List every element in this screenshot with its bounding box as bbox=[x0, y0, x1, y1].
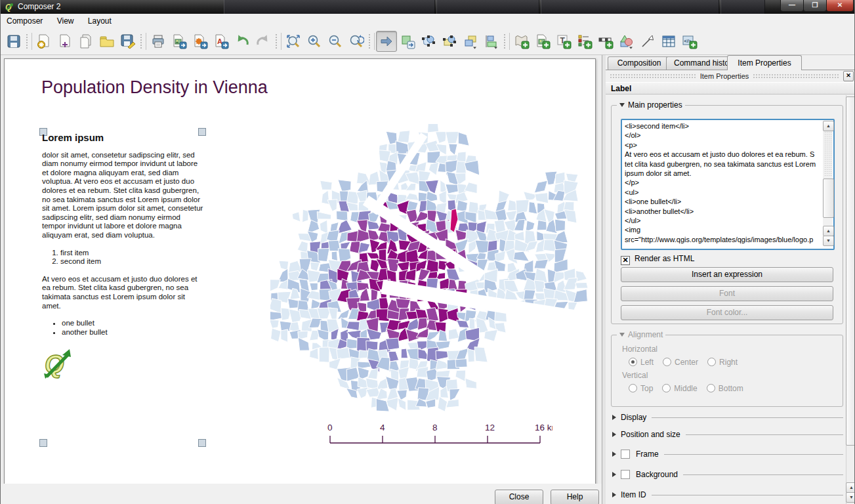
collapse-arrow-icon bbox=[619, 333, 625, 337]
section-frame[interactable]: Frame bbox=[612, 449, 843, 459]
add-new-map-icon bbox=[514, 33, 530, 49]
close-button[interactable]: Close bbox=[495, 490, 543, 504]
edit-nodes-item-button[interactable] bbox=[418, 31, 439, 52]
dock-close-icon[interactable]: ✕ bbox=[843, 71, 854, 81]
zoom-last-button[interactable] bbox=[346, 31, 367, 52]
toolbar-grip bbox=[503, 33, 507, 49]
add-label-button[interactable]: T bbox=[553, 31, 574, 52]
list-item: second item bbox=[60, 257, 205, 266]
background-checkbox[interactable] bbox=[621, 470, 630, 479]
toolbar-separator bbox=[374, 33, 375, 50]
composer-manager-button[interactable] bbox=[75, 31, 96, 52]
zoom-out-button[interactable] bbox=[325, 31, 346, 52]
minimize-icon[interactable]: — bbox=[780, 0, 804, 12]
zoom-last-icon bbox=[348, 33, 364, 49]
open-template-button[interactable] bbox=[96, 31, 117, 52]
add-attribute-table-icon bbox=[661, 33, 677, 49]
item-properties-panel: Composition Command history Item Propert… bbox=[606, 55, 855, 504]
radio-left[interactable]: Left bbox=[629, 358, 654, 367]
list-item: first item bbox=[60, 249, 205, 258]
menu-composer[interactable]: Composer bbox=[1, 14, 49, 28]
scrollbar-thumb[interactable] bbox=[823, 178, 834, 218]
menu-layout[interactable]: Layout bbox=[82, 14, 117, 28]
add-legend-button[interactable] bbox=[574, 31, 595, 52]
select-nodes-icon bbox=[442, 33, 457, 49]
map-title-label[interactable]: Population Density in Vienna bbox=[41, 77, 268, 98]
selection-handle[interactable] bbox=[198, 439, 206, 447]
panel-scrollbar[interactable]: ▲ ▼ bbox=[846, 95, 855, 504]
radio-bottom[interactable]: Bottom bbox=[707, 384, 743, 393]
radio-top[interactable]: Top bbox=[629, 384, 653, 393]
selection-handle[interactable] bbox=[39, 439, 47, 447]
new-composer-button[interactable] bbox=[33, 31, 54, 52]
add-image-button[interactable] bbox=[532, 31, 553, 52]
list-item: another bullet bbox=[62, 328, 205, 337]
close-icon[interactable]: ✕ bbox=[826, 0, 854, 12]
export-svg-button[interactable] bbox=[190, 31, 211, 52]
vienna-density-map[interactable] bbox=[270, 123, 593, 420]
add-legend-icon bbox=[577, 33, 593, 49]
collapse-arrow-icon bbox=[612, 415, 616, 420]
redo-button[interactable] bbox=[253, 31, 274, 52]
export-image-button[interactable] bbox=[169, 31, 190, 52]
render-as-html-checkbox[interactable]: ✕ bbox=[621, 256, 630, 265]
insert-expression-button[interactable]: Insert an expression bbox=[621, 267, 833, 282]
section-display[interactable]: Display bbox=[612, 412, 843, 423]
move-item-content-button[interactable] bbox=[397, 31, 418, 52]
zoom-full-button[interactable] bbox=[283, 31, 304, 52]
textarea-scrollbar[interactable]: ▲ ▲ ▼ bbox=[823, 121, 833, 245]
section-position-size[interactable]: Position and size bbox=[612, 429, 843, 440]
select-move-item-button[interactable] bbox=[376, 31, 397, 52]
scroll-down-icon[interactable]: ▼ bbox=[846, 492, 855, 503]
scrollbar-thumb[interactable] bbox=[846, 96, 855, 446]
duplicate-composer-button[interactable] bbox=[54, 31, 75, 52]
dock-grip bbox=[610, 74, 696, 79]
svg-text:16 km: 16 km bbox=[535, 423, 553, 432]
add-attribute-table-button[interactable] bbox=[658, 31, 679, 52]
background-window-titlebar bbox=[436, 0, 539, 14]
undo-button[interactable] bbox=[232, 31, 253, 52]
export-pdf-button[interactable]: A bbox=[211, 31, 232, 52]
label-html-source[interactable]: <li>second item</li> </ol> <p> At vero e… bbox=[625, 121, 816, 245]
save-as-template-button[interactable] bbox=[117, 31, 138, 52]
add-new-map-button[interactable] bbox=[511, 31, 532, 52]
select-nodes-button[interactable] bbox=[439, 31, 460, 52]
font-color-button[interactable]: Font color... bbox=[621, 305, 833, 320]
tab-composition[interactable]: Composition bbox=[608, 56, 671, 70]
composition-canvas[interactable]: Population Density in Vienna Lorem ipsum… bbox=[1, 55, 602, 504]
scroll-up-icon[interactable]: ▲ bbox=[846, 482, 855, 493]
raise-items-button[interactable] bbox=[460, 31, 481, 52]
radio-right[interactable]: Right bbox=[707, 358, 738, 367]
font-button[interactable]: Font bbox=[621, 286, 833, 301]
html-label-item[interactable]: Lorem ipsum dolor sit amet, consetetur s… bbox=[42, 133, 205, 345]
label-text-area[interactable]: <li>second item</li> </ol> <p> At vero e… bbox=[621, 119, 835, 250]
group-title[interactable]: Alignment bbox=[617, 330, 665, 339]
section-background[interactable]: Background bbox=[612, 469, 843, 480]
align-items-button[interactable] bbox=[481, 31, 502, 52]
group-title[interactable]: Main properties bbox=[617, 100, 685, 110]
add-shape-icon bbox=[619, 33, 635, 49]
scroll-up-icon[interactable]: ▲ bbox=[823, 121, 834, 131]
print-button[interactable] bbox=[148, 31, 169, 52]
scroll-down-icon[interactable]: ▼ bbox=[823, 236, 834, 246]
add-arrow-button[interactable] bbox=[637, 31, 658, 52]
add-scalebar-button[interactable] bbox=[595, 31, 616, 52]
add-html-frame-button[interactable]: </> bbox=[679, 31, 700, 52]
section-item-id[interactable]: Item ID bbox=[612, 490, 843, 500]
frame-checkbox[interactable] bbox=[621, 450, 630, 459]
scale-bar-item[interactable]: 0481216 km bbox=[322, 419, 553, 449]
menu-view[interactable]: View bbox=[51, 14, 80, 28]
add-shape-button[interactable] bbox=[616, 31, 637, 52]
radio-label: Right bbox=[719, 358, 738, 367]
zoom-in-button[interactable] bbox=[304, 31, 325, 52]
save-project-button[interactable] bbox=[3, 31, 24, 52]
radio-center[interactable]: Center bbox=[663, 358, 698, 367]
radio-middle[interactable]: Middle bbox=[662, 384, 697, 393]
menu-bar: Composer View Layout bbox=[1, 14, 855, 28]
render-as-html-row[interactable]: ✕Render as HTML bbox=[621, 254, 694, 265]
restore-icon[interactable]: ❐ bbox=[803, 0, 827, 12]
scroll-up-icon[interactable]: ▲ bbox=[823, 226, 834, 236]
tab-item-properties[interactable]: Item Properties bbox=[727, 55, 802, 70]
background-window-titlebar bbox=[224, 0, 435, 14]
help-button[interactable]: Help bbox=[551, 490, 599, 504]
